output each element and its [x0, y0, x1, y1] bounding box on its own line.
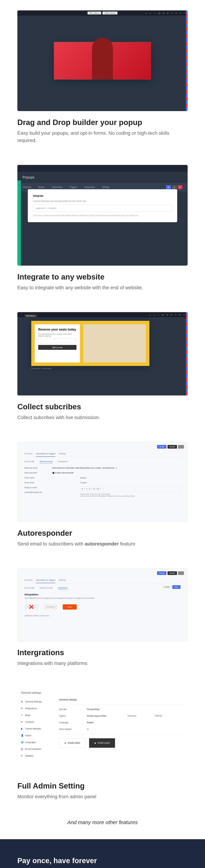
feature-screenshot-integrate: Popups Overview Builder Subscribers Trig… [18, 165, 187, 266]
acumbamail-icon: acumbamail [43, 604, 58, 610]
feature-title: Drag and Drop builder your popup [18, 118, 187, 127]
pricing-section: Pay once, have forever Get to enjoy the … [0, 839, 205, 868]
feature-title: Intergrations [18, 648, 187, 657]
mailchimp-icon: mailchimp [25, 604, 38, 610]
feature-title: Integrate to any website [18, 273, 187, 281]
admin-sidebar: ⚙General Settings ⇄Integrations ✎Blogs ✉… [21, 698, 52, 759]
logo-light: ◆YOUR LOGO [59, 738, 86, 748]
feature-screenshot-integrations: Create Cancel ⋮ Overview Subscribers & T… [18, 568, 187, 641]
feature-desc: Send email to subscribers with autorespo… [18, 540, 187, 548]
benefit-title: Pay once, have forever [18, 857, 187, 865]
zapier-icon: Zapier [63, 604, 77, 610]
feature-title: Autoresponder [18, 529, 187, 537]
zoom-badge: 50% (down) [88, 12, 101, 14]
toolbar-icons: ▭ ▭ ⬚ ▤ ⊞ ⊟ ✕ ⚙ ⟳ [149, 314, 186, 316]
feature-title: Collect subcribes [18, 402, 187, 411]
feature-desc: Easy build your popups, and opt-in forms… [18, 129, 187, 144]
integrate-modal: Integrate Copy the following code and pa… [28, 189, 177, 222]
feature-screenshot-autoresponder: Create Cancel ⋮ Overview Subscribers & T… [18, 442, 187, 522]
feature-screenshot-collect: ▭ ▭ ⬚ ▤ ⊞ ⊟ ✕ ⚙ ⟳ Marketing in Reserve y… [18, 312, 187, 396]
yellow-popup: Reserve your seats today Our upcoming Ev… [31, 321, 149, 366]
feature-desc: Integrations with many platforms [18, 660, 187, 667]
feature-desc: Easy to integrate with any website with … [18, 284, 187, 291]
category-badge: Marketing in [24, 314, 37, 317]
device-badge: Tablet (down) [102, 12, 117, 14]
feature-desc: Monitor everything from admin panel [18, 793, 187, 800]
feature-title: Full Admin Setting [18, 781, 187, 790]
feature-screenshot-admin: General settings ⚙General Settings ⇄Inte… [18, 688, 187, 775]
feature-screenshot-builder: 50% (down) Tablet (down) ▭ ▭ ⬚ ▤ ⊞ ⊟ ✕ ⚙… [18, 10, 187, 111]
side-ruler [186, 10, 187, 111]
logo-dark: ◆YOUR LOGO [89, 738, 115, 748]
toolbar-icons: ▭ ▭ ⬚ ▤ ⊞ ⊟ ✕ ⚙ ⟳ ? [145, 12, 186, 14]
popup-image [54, 42, 99, 80]
feature-desc: Collect subcribes with live submission. [18, 414, 187, 421]
more-features-tagline: And many more other features [0, 811, 205, 839]
page-title: Popups [18, 172, 187, 183]
